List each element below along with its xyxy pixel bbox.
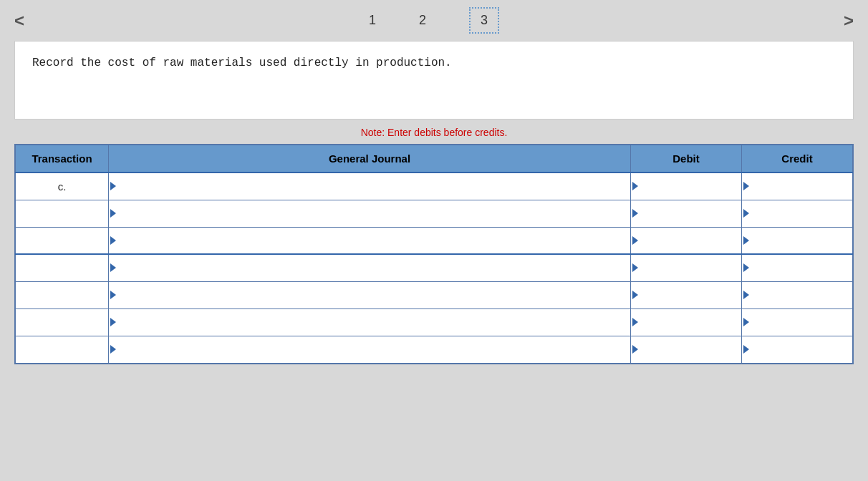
credit-input[interactable] [742,282,852,308]
cell-transaction [16,308,109,336]
credit-arrow-icon [743,263,749,272]
journal-arrow-icon [110,209,116,218]
debit-arrow-icon [632,182,638,190]
debit-arrow-icon [632,291,638,299]
cell-journal[interactable] [109,254,631,281]
debit-input[interactable] [631,200,741,227]
cell-transaction: c. [16,173,109,200]
credit-input[interactable] [742,309,852,336]
journal-input[interactable] [109,200,630,227]
table-row [16,336,853,363]
journal-input[interactable] [109,255,630,281]
journal-arrow-icon [110,263,116,272]
credit-input[interactable] [742,173,852,200]
cell-debit[interactable] [631,254,742,281]
prev-arrow[interactable]: < [14,11,24,31]
debit-input[interactable] [631,336,741,363]
journal-arrow-icon [110,182,116,190]
debit-arrow-icon [632,318,638,326]
page-2[interactable]: 2 [419,13,426,28]
header-credit: Credit [742,145,853,173]
debit-arrow-icon [632,263,638,272]
note-text: Note: Enter debits before credits. [361,127,508,138]
table-row [16,227,853,254]
debit-arrow-icon [632,209,638,218]
cell-transaction [16,254,109,281]
header-journal: General Journal [109,145,631,173]
journal-arrow-icon [110,236,116,245]
journal-table: Transaction General Journal Debit Credit… [15,145,853,364]
cell-transaction [16,227,109,254]
cell-journal[interactable] [109,308,631,336]
credit-arrow-icon [743,209,749,218]
cell-journal[interactable] [109,227,631,254]
instruction-text: Record the cost of raw materials used di… [32,57,452,69]
table-row [16,281,853,308]
debit-input[interactable] [631,228,741,254]
page-3[interactable]: 3 [469,7,499,34]
credit-arrow-icon [743,291,749,299]
journal-table-container: Transaction General Journal Debit Credit… [14,144,854,364]
cell-debit[interactable] [631,336,742,363]
journal-arrow-icon [110,318,116,326]
page-1[interactable]: 1 [369,13,376,28]
table-header-row: Transaction General Journal Debit Credit [16,145,853,173]
cell-transaction [16,336,109,363]
cell-debit[interactable] [631,281,742,308]
credit-arrow-icon [743,318,749,326]
cell-credit[interactable] [742,200,853,227]
debit-input[interactable] [631,282,741,308]
table-row [16,200,853,227]
journal-input[interactable] [109,228,630,254]
cell-transaction [16,281,109,308]
credit-arrow-icon [743,236,749,245]
journal-input[interactable] [109,173,630,200]
credit-input[interactable] [742,336,852,363]
cell-debit[interactable] [631,200,742,227]
cell-credit[interactable] [742,173,853,200]
table-row [16,308,853,336]
cell-journal[interactable] [109,336,631,363]
debit-input[interactable] [631,173,741,200]
credit-input[interactable] [742,228,852,254]
credit-input[interactable] [742,200,852,227]
cell-transaction [16,200,109,227]
credit-arrow-icon [743,182,749,190]
cell-credit[interactable] [742,227,853,254]
cell-debit[interactable] [631,227,742,254]
credit-arrow-icon [743,345,749,354]
cell-credit[interactable] [742,336,853,363]
debit-input[interactable] [631,255,741,281]
cell-journal[interactable] [109,281,631,308]
debit-input[interactable] [631,309,741,336]
cell-credit[interactable] [742,254,853,281]
instruction-box: Record the cost of raw materials used di… [14,41,854,120]
journal-arrow-icon [110,291,116,299]
top-navigation: < 1 2 3 > [0,0,868,41]
next-arrow[interactable]: > [844,11,854,31]
header-transaction: Transaction [16,145,109,173]
journal-input[interactable] [109,282,630,308]
cell-debit[interactable] [631,173,742,200]
debit-arrow-icon [632,345,638,354]
journal-input[interactable] [109,336,630,363]
journal-arrow-icon [110,345,116,354]
cell-debit[interactable] [631,308,742,336]
page-numbers: 1 2 3 [369,7,499,34]
cell-journal[interactable] [109,200,631,227]
table-row [16,254,853,281]
header-debit: Debit [631,145,742,173]
cell-journal[interactable] [109,173,631,200]
cell-credit[interactable] [742,281,853,308]
debit-arrow-icon [632,236,638,245]
credit-input[interactable] [742,255,852,281]
cell-credit[interactable] [742,308,853,336]
journal-input[interactable] [109,309,630,336]
table-row: c. [16,173,853,200]
